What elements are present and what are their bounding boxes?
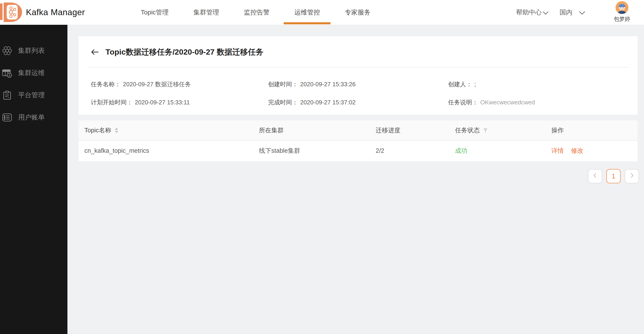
table-row: cn_kafka_topic_metrics 线下stable集群 2/2 成功… [78, 140, 638, 161]
cell-cluster: 线下stable集群 [253, 146, 370, 155]
task-fields: 任务名称：2020-09-27 数据迁移任务 创建时间：2020-09-27 1… [78, 80, 638, 106]
col-actions: 操作 [546, 126, 638, 134]
sidebar-item-label: 集群运维 [18, 68, 45, 78]
pagination: 1 [588, 169, 639, 183]
field-finish-time: 完成时间：2020-09-27 15:37:02 [268, 98, 448, 106]
cell-topic-name: cn_kafka_topic_metrics [78, 147, 253, 154]
sidebar-item-cluster-list[interactable]: 集群列表 [0, 40, 68, 62]
cell-actions: 详情 修改 [546, 146, 638, 155]
prev-page-button[interactable] [588, 169, 602, 183]
user-menu[interactable]: 包梦婷 [613, 1, 631, 23]
page-title: Topic数据迁移任务/2020-09-27 数据迁移任务 [106, 47, 264, 57]
col-progress: 迁移进度 [370, 126, 449, 134]
main-nav: Topic管理 集群管理 监控告警 运维管控 专家服务 [128, 0, 383, 25]
nav-item-monitor[interactable]: 监控告警 [232, 0, 282, 25]
nav-item-expert[interactable]: 专家服务 [332, 0, 383, 25]
username: 包梦婷 [613, 15, 631, 23]
grid-coin-icon: $ [2, 68, 12, 78]
sidebar: 集群列表 $ 集群运维 平台管理 [0, 25, 68, 334]
divider [88, 67, 629, 68]
nav-item-topic[interactable]: Topic管理 [128, 0, 181, 25]
sidebar-item-user-billing[interactable]: 用户账单 [0, 106, 68, 128]
filter-icon[interactable] [483, 128, 488, 132]
field-create-time: 创建时间：2020-09-27 15:33:26 [268, 80, 448, 88]
sidebar-item-label: 集群列表 [18, 46, 45, 55]
chevron-down-icon [543, 9, 548, 16]
region-selector[interactable]: 国内 [560, 0, 585, 25]
honeycomb-cluster-icon [2, 46, 12, 56]
col-cluster: 所在集群 [253, 126, 370, 134]
col-status: 任务状态 [449, 126, 546, 134]
page-1-button[interactable]: 1 [606, 169, 620, 183]
migration-table: Topic名称 所在集群 迁移进度 任务状态 操作 cn_kafka_topic… [78, 120, 638, 161]
field-creator: 创建人：; [448, 80, 638, 88]
chevron-right-icon [629, 172, 635, 180]
task-detail-card: Topic数据迁移任务/2020-09-27 数据迁移任务 任务名称：2020-… [78, 36, 638, 115]
cell-progress: 2/2 [370, 147, 449, 154]
top-header: Kafka Manager Topic管理 集群管理 监控告警 运维管控 专家服… [0, 0, 644, 25]
field-description: 任务说明：OKwecwecwedcwed [448, 98, 638, 106]
nav-item-cluster[interactable]: 集群管理 [181, 0, 232, 25]
field-task-name: 任务名称：2020-09-27 数据迁移任务 [91, 80, 268, 88]
chevron-left-icon [592, 172, 598, 180]
cell-status: 成功 [449, 146, 546, 155]
help-center-menu[interactable]: 帮助中心 [516, 0, 548, 25]
list-bill-icon [2, 112, 12, 122]
region-label: 国内 [560, 8, 572, 17]
sidebar-item-cluster-ops[interactable]: $ 集群运维 [0, 62, 68, 84]
kafka-manager-logo-icon [0, 2, 22, 24]
clipboard-icon [2, 90, 12, 100]
svg-text:$: $ [8, 74, 10, 77]
field-planned-start: 计划开始时间：2020-09-27 15:33:11 [91, 98, 268, 106]
avatar[interactable] [616, 11, 628, 15]
status-badge: 成功 [455, 146, 468, 155]
sidebar-item-platform-mgmt[interactable]: 平台管理 [0, 84, 68, 106]
help-center-label: 帮助中心 [516, 8, 542, 17]
next-page-button[interactable] [625, 169, 639, 183]
col-topic-name: Topic名称 [78, 126, 253, 134]
chevron-down-icon [579, 9, 585, 16]
back-arrow-icon[interactable] [91, 48, 100, 56]
main-content: Topic数据迁移任务/2020-09-27 数据迁移任务 任务名称：2020-… [68, 25, 644, 334]
modify-link[interactable]: 修改 [571, 146, 584, 155]
sidebar-item-label: 用户账单 [18, 113, 45, 122]
nav-item-ops[interactable]: 运维管控 [282, 0, 332, 25]
detail-link[interactable]: 详情 [551, 146, 564, 155]
sidebar-item-label: 平台管理 [18, 90, 45, 100]
sort-icon[interactable] [115, 128, 118, 133]
table-header: Topic名称 所在集群 迁移进度 任务状态 操作 [78, 120, 638, 140]
app-title: Kafka Manager [26, 0, 85, 25]
